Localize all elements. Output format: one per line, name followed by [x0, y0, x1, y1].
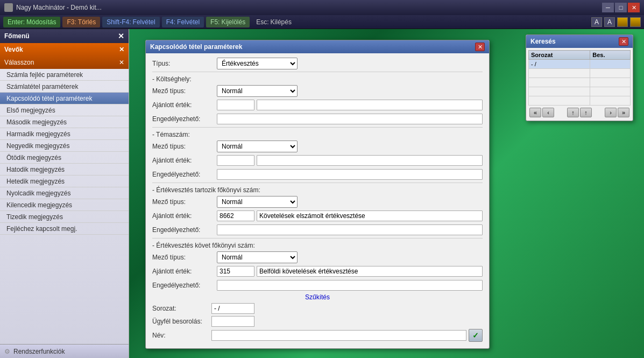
ajanlott-1-input2[interactable]	[257, 100, 483, 110]
ajanlott-2-label: Ajánlott érték:	[152, 157, 217, 164]
f3-button[interactable]: F3: Törlés	[62, 17, 100, 27]
search-row-3	[529, 78, 631, 87]
font-large-button[interactable]: A	[604, 17, 615, 27]
sidebar-footer[interactable]: ⚙ Rendszerfunkciók	[0, 344, 129, 358]
checkmark-icon: ✓	[472, 331, 479, 340]
enter-button[interactable]: Enter: Módosítás	[3, 17, 60, 27]
sidebar-header: Főmenü ✕	[0, 29, 129, 43]
window-close-button[interactable]: ✕	[628, 3, 640, 12]
ajanlott-3-label: Ajánlott érték:	[152, 212, 217, 220]
sidebar-close-button[interactable]: ✕	[118, 32, 124, 40]
sidebar-item-kapcsolodo[interactable]: Kapcsolódó tétel paraméterek	[0, 93, 129, 104]
ajanlott-3-input1[interactable]	[217, 210, 254, 221]
ajanlott-1-input1[interactable]	[217, 100, 254, 110]
minimize-button[interactable]: ─	[602, 3, 614, 12]
ugyfel-label: Ügyfél besorolás:	[152, 318, 211, 325]
sidebar-item-fejlechez[interactable]: Fejléchez kapcsolt megj.	[0, 223, 129, 235]
ertekv-kovet-section-header: - Értékvesztés követ főkönyvi szám:	[152, 242, 483, 249]
ugyfel-row: Ügyfél besorolás:	[152, 316, 483, 327]
nev-row: Név: ✓	[152, 329, 483, 342]
esc-button[interactable]: Esc: Kilépés	[252, 17, 296, 27]
ertekv-section-header: - Értékvesztés tartozik főkönyvi szám:	[152, 186, 483, 194]
engedely-2-row: Engedélyezhető:	[152, 169, 483, 180]
sidebar-item-masodik[interactable]: Második megjegyzés	[0, 116, 129, 128]
engedely-3-row: Engedélyezhető:	[152, 224, 483, 236]
mezo-tipus-2-label: Mező típus:	[152, 143, 217, 150]
sidebar-item-tizedik[interactable]: Tizedik megjegyzés	[0, 211, 129, 223]
ajanlott-1-row: Ajánlott érték:	[152, 99, 483, 111]
sidebar-item-nyolcadik[interactable]: Nyolcadik megjegyzés	[0, 187, 129, 199]
ugyfel-input[interactable]	[211, 316, 254, 327]
mezo-tipus-3-select[interactable]: Normál	[217, 196, 298, 208]
nav-up1-button[interactable]: ↑	[567, 108, 579, 117]
dialog-title: Kapcsolódó tétel paraméterek	[150, 43, 242, 51]
f5-button[interactable]: F5: Kijelölés	[206, 17, 250, 27]
mezo-tipus-4-row: Mező típus: Normál	[152, 251, 483, 263]
sidebar-item-otodik[interactable]: Ötödik megjegyzés	[0, 152, 129, 164]
sorozat-input[interactable]	[211, 303, 254, 314]
engedely-2-input[interactable]	[217, 169, 483, 180]
nav-prev-button[interactable]: ‹	[542, 108, 554, 117]
nav-up2-button[interactable]: ↑	[580, 108, 592, 117]
content-area: Kapcsolódó tétel paraméterek ✕ Típus: Ér…	[129, 29, 644, 358]
engedely-3-input[interactable]	[217, 224, 483, 235]
search-cell-bes	[590, 60, 631, 69]
col-bes: Bes.	[590, 51, 631, 60]
szukites-link[interactable]: Szűkítés	[152, 293, 483, 301]
search-cell-sorozat: - /	[529, 60, 590, 69]
nav-next-button[interactable]: ›	[605, 108, 617, 117]
ajanlott-3-input2[interactable]: Követelések elszámolt értékvesztése	[257, 210, 483, 221]
mezo-tipus-2-select[interactable]: Normál	[217, 141, 298, 152]
vevok-close-icon[interactable]: ✕	[119, 46, 124, 53]
search-row[interactable]: - /	[529, 60, 631, 69]
engedely-1-label: Engedélyezhető:	[152, 115, 217, 123]
nev-input[interactable]	[211, 330, 466, 341]
sidebar-item-hatodik[interactable]: Hatodik megjegyzés	[0, 164, 129, 176]
koltsaghely-section-header: - Költséghely:	[152, 75, 483, 83]
ajanlott-4-input1[interactable]	[217, 266, 254, 277]
sidebar-item-elso[interactable]: Első megjegyzés	[0, 104, 129, 116]
maximize-button[interactable]: □	[615, 3, 627, 12]
nav-first-button[interactable]: «	[529, 108, 541, 117]
sidebar-item-kilencedik[interactable]: Kilencedik megjegyzés	[0, 199, 129, 211]
tipus-row: Típus: Értékvesztés	[152, 58, 483, 69]
engedely-1-input[interactable]	[217, 114, 483, 124]
engedely-4-label: Engedélyezhető:	[152, 282, 217, 289]
sidebar-item-szamla-fejlec[interactable]: Számla fejléc paraméterek	[0, 69, 129, 81]
sorozat-label: Sorozat:	[152, 305, 211, 312]
sidebar-vevok[interactable]: Vevők ✕	[0, 43, 129, 56]
ok-button[interactable]: ✓	[469, 329, 483, 342]
sidebar-valasszon[interactable]: Válasszon ✕	[0, 56, 129, 69]
valasszon-close-icon[interactable]: ✕	[119, 59, 124, 66]
shiftf4-button[interactable]: Shift-F4: Felvétel	[102, 17, 159, 27]
theme-button[interactable]	[617, 17, 628, 27]
sidebar-item-harmadik[interactable]: Harmadik megjegyzés	[0, 128, 129, 140]
dialog-title-bar: Kapcsolódó tétel paraméterek ✕	[146, 40, 489, 53]
search-close-button[interactable]: ✕	[619, 37, 628, 46]
ajanlott-2-input1[interactable]	[217, 155, 254, 166]
ajanlott-4-input2[interactable]: Belföldi követelések értékvesztése	[257, 266, 483, 277]
sidebar: Főmenü ✕ Vevők ✕ Válasszon ✕ Számla fejl…	[0, 29, 129, 358]
dialog-close-button[interactable]: ✕	[475, 43, 485, 51]
temazam-section-header: - Témaszám:	[152, 131, 483, 138]
mezo-tipus-1-select[interactable]: Normál	[217, 85, 298, 97]
window-controls: ─ □ ✕	[602, 3, 640, 12]
nav-last-button[interactable]: »	[618, 108, 629, 117]
tipus-label: Típus:	[152, 60, 217, 67]
search-body: Sorozat Bes. - /	[526, 48, 633, 121]
sidebar-item-szamlatetel[interactable]: Számlatétel paraméterek	[0, 81, 129, 93]
mezo-tipus-1-label: Mező típus:	[152, 87, 217, 95]
font-small-button[interactable]: A	[591, 17, 602, 27]
sidebar-item-negyedik[interactable]: Negyedik megjegyzés	[0, 140, 129, 152]
ajanlott-3-row: Ajánlott érték: Követelések elszámolt ér…	[152, 210, 483, 222]
engedely-4-input[interactable]	[217, 280, 483, 291]
f4-button[interactable]: F4: Felvétel	[162, 17, 204, 27]
search-table: Sorozat Bes. - /	[528, 50, 631, 106]
mezo-tipus-4-select[interactable]: Normál	[217, 251, 298, 263]
tipus-select[interactable]: Értékvesztés	[217, 58, 298, 69]
ajanlott-2-row: Ajánlott érték:	[152, 155, 483, 166]
ajanlott-1-label: Ajánlott érték:	[152, 101, 217, 109]
ajanlott-2-input2[interactable]	[257, 155, 483, 166]
sidebar-item-hetedik[interactable]: Hetedik megjegyzés	[0, 176, 129, 187]
theme-button-2[interactable]	[630, 17, 641, 27]
